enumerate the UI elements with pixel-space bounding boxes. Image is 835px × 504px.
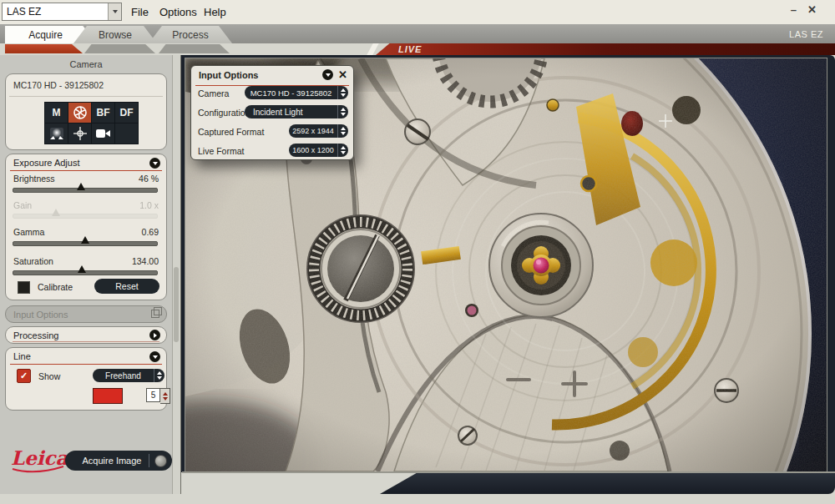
calibrate-label: Calibrate xyxy=(38,282,73,292)
line-panel: Line ✓ Show Freehand 5 xyxy=(5,347,167,411)
camera-dropdown[interactable]: MC170 HD - 39125802 xyxy=(245,86,348,99)
dropdown-spinner-icon[interactable] xyxy=(338,127,348,135)
menu-help[interactable]: Help xyxy=(204,6,226,18)
dropdown-spinner-icon[interactable] xyxy=(154,371,164,380)
line-tool-dropdown[interactable]: Freehand xyxy=(93,369,164,382)
dropdown-spinner-icon[interactable] xyxy=(338,146,348,154)
camera-section-title: Camera xyxy=(0,59,172,69)
restore-window-icon xyxy=(151,310,159,318)
mode-darkfield-button[interactable]: DF xyxy=(115,103,138,123)
saturation-value: 134.00 xyxy=(132,256,159,266)
check-icon: ✓ xyxy=(20,370,28,381)
collapse-chevron-icon[interactable] xyxy=(322,69,333,80)
leica-logo: Leica xyxy=(8,444,68,476)
saturation-slider[interactable] xyxy=(13,270,158,275)
mode-manual-button[interactable]: M xyxy=(45,103,68,123)
gain-value: 1.0 x xyxy=(139,200,159,210)
menu-options[interactable]: Options xyxy=(159,6,197,18)
line-panel-title: Line xyxy=(13,351,31,361)
line-width-stepper: 5 xyxy=(146,388,170,404)
crosshair-icon xyxy=(73,126,88,141)
gamma-slider[interactable] xyxy=(13,241,158,246)
camera-field-label: Camera xyxy=(198,88,229,98)
app-selector-combobox[interactable]: LAS EZ xyxy=(2,3,122,21)
collapse-chevron-icon[interactable] xyxy=(149,158,160,169)
line-tool-value: Freehand xyxy=(93,371,154,381)
las-ez-window: LAS EZ File Options Help – ✕ Acquire Bro… xyxy=(0,0,835,504)
captured-format-field-label: Captured Format xyxy=(198,127,264,137)
gamma-value: 0.69 xyxy=(142,227,159,237)
brightness-slider[interactable] xyxy=(13,188,158,193)
input-options-bar[interactable]: Input Options xyxy=(5,305,167,323)
tab-browse[interactable]: Browse xyxy=(73,26,157,43)
menu-bar: LAS EZ File Options Help – ✕ xyxy=(0,0,835,25)
acquire-image-button[interactable]: Acquire Image xyxy=(65,451,172,471)
bottom-status-bar xyxy=(380,473,835,494)
slider-thumb[interactable] xyxy=(78,265,86,273)
live-banner xyxy=(376,43,835,55)
chevron-down-icon xyxy=(113,10,118,13)
empty-cell xyxy=(115,123,138,144)
lamp-button[interactable] xyxy=(45,123,68,144)
slider-thumb xyxy=(52,209,60,216)
scrollbar-thumb[interactable] xyxy=(174,267,179,342)
show-checkbox[interactable]: ✓ xyxy=(17,369,31,383)
camera-device-label: MC170 HD - 39125802 xyxy=(13,80,104,90)
divider xyxy=(9,96,163,97)
show-label: Show xyxy=(38,371,60,381)
aperture-icon xyxy=(73,105,88,120)
configuration-field-label: Configuration xyxy=(198,108,250,118)
expand-chevron-icon[interactable] xyxy=(149,330,160,340)
brightness-value: 46 % xyxy=(139,174,159,184)
combobox-dropdown-button[interactable] xyxy=(108,3,121,20)
dialog-title: Input Options xyxy=(199,70,258,80)
camera-panel: MC170 HD - 39125802 M BF DF xyxy=(5,73,167,150)
mode-brightfield-button[interactable]: BF xyxy=(92,103,114,123)
live-status-label: LIVE xyxy=(398,44,422,54)
exposure-adjust-panel: Exposure Adjust Brightness 46 % Gain 1.0… xyxy=(5,154,167,300)
live-format-dropdown[interactable]: 1600 x 1200 xyxy=(289,144,348,157)
slider-thumb[interactable] xyxy=(81,236,89,244)
line-width-value[interactable]: 5 xyxy=(146,388,160,402)
input-options-dialog: Input Options ✕ Camera MC170 HD - 391258… xyxy=(190,65,354,160)
configuration-dropdown[interactable]: Incident Light xyxy=(245,105,348,118)
dropdown-spinner-icon[interactable] xyxy=(338,108,348,116)
menu-file[interactable]: File xyxy=(131,6,149,18)
accent-underline xyxy=(10,170,162,171)
stepper-arrows[interactable] xyxy=(160,388,170,404)
crosshair-button[interactable] xyxy=(68,123,91,144)
line-color-swatch[interactable] xyxy=(93,388,123,404)
video-button[interactable] xyxy=(92,123,114,144)
dropdown-spinner-icon[interactable] xyxy=(338,88,348,97)
brand-label: LAS EZ xyxy=(789,29,823,39)
dialog-close-button[interactable]: ✕ xyxy=(338,68,347,81)
collapse-chevron-icon[interactable] xyxy=(149,351,160,362)
camera-mode-grid: M BF DF xyxy=(44,102,139,144)
aperture-mode-button[interactable] xyxy=(68,103,91,123)
reset-button[interactable]: Reset xyxy=(94,279,159,294)
lamp-icon xyxy=(49,127,64,140)
browse-tab-accent xyxy=(84,44,155,53)
leica-logo-text: Leica xyxy=(11,446,68,469)
sidebar-scrollbar[interactable] xyxy=(172,55,181,494)
frame-divider xyxy=(182,471,835,473)
tab-process[interactable]: Process xyxy=(149,26,232,43)
calibrate-checkbox[interactable] xyxy=(18,281,30,294)
captured-format-dropdown[interactable]: 2592 x 1944 xyxy=(289,124,348,138)
acquire-tab-accent xyxy=(5,44,83,53)
minimize-button[interactable]: – xyxy=(791,3,797,16)
live-format-field-label: Live Format xyxy=(198,146,244,156)
gain-slider xyxy=(13,214,158,219)
camcorder-icon xyxy=(95,128,111,139)
exposure-panel-title: Exposure Adjust xyxy=(13,158,80,168)
app-selector-value: LAS EZ xyxy=(3,6,108,18)
close-button[interactable]: ✕ xyxy=(807,3,817,16)
live-banner-slash xyxy=(367,43,378,55)
slider-thumb[interactable] xyxy=(77,183,85,190)
process-tab-accent xyxy=(159,44,230,53)
accent-underline xyxy=(10,364,162,365)
camera-shutter-icon xyxy=(154,455,167,467)
processing-bar[interactable]: Processing xyxy=(5,326,167,344)
